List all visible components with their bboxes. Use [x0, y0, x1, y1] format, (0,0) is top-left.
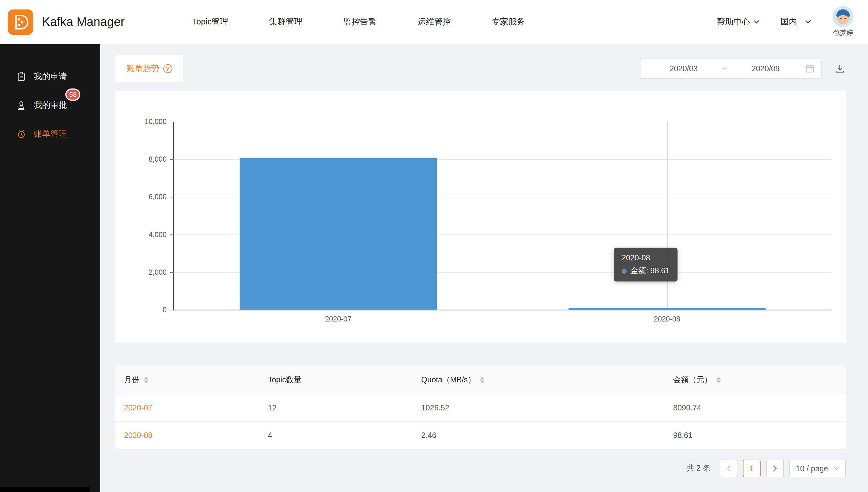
sidebar-item-bill-management[interactable]: 账单管理 — [0, 120, 100, 148]
y-axis-tick — [170, 310, 174, 311]
nav-ops-control[interactable]: 运维管控 — [418, 17, 451, 27]
y-tick-label: 2,000 — [149, 268, 167, 276]
app-logo-icon — [8, 9, 33, 34]
total-count: 共 2 条 — [686, 463, 710, 473]
approval-stamp-icon — [16, 100, 27, 110]
date-range-picker[interactable]: 2020/03 ~ 2020/09 — [640, 59, 822, 78]
sidebar-item-label: 我的申请 — [33, 71, 67, 81]
column-amount: 金额（元） — [664, 366, 846, 394]
cell-topic-count: 12 — [259, 394, 412, 421]
sidebar: 我的申请 我的审批 58 账单管理 — [0, 44, 100, 492]
cell-amount: 98.61 — [664, 421, 846, 449]
help-center-menu[interactable]: 帮助中心 — [717, 17, 759, 27]
table-row: 2020-08 4 2.46 98.61 — [115, 421, 846, 449]
y-tick-label: 0 — [163, 305, 167, 314]
calendar-icon — [805, 64, 814, 73]
y-axis-tick — [170, 197, 174, 197]
nav-expert-service[interactable]: 专家服务 — [492, 17, 525, 27]
sidebar-item-my-applications[interactable]: 我的申请 — [0, 62, 100, 91]
tab-bill-trend[interactable]: 账单趋势 ? — [115, 55, 183, 82]
month-link[interactable]: 2020-08 — [124, 431, 152, 440]
column-topic-count: Topic数量 — [259, 366, 412, 394]
nav-topic-management[interactable]: Topic管理 — [192, 17, 228, 27]
chevron-right-icon — [773, 465, 777, 471]
header-right: 帮助中心 国内 包梦婷 — [717, 6, 853, 38]
y-axis-tick — [170, 272, 174, 273]
next-page-button[interactable] — [766, 459, 783, 477]
column-quota: Quota（MB/s） — [412, 366, 664, 394]
tab-label: 账单趋势 — [126, 63, 160, 74]
bill-table-grid: 月份 Topic数量 Quota（MB/s） — [115, 366, 846, 449]
main-nav: Topic管理 集群管理 监控告警 运维管控 专家服务 — [192, 17, 525, 27]
x-tick-label: 2020-08 — [654, 315, 680, 323]
bill-alarm-icon — [16, 128, 27, 139]
cell-quota: 2.46 — [412, 421, 664, 449]
column-label: 金额（元） — [673, 375, 712, 385]
sidebar-item-my-approvals[interactable]: 我的审批 58 — [0, 91, 100, 120]
table-header-row: 月份 Topic数量 Quota（MB/s） — [115, 366, 846, 394]
cell-amount: 8090.74 — [664, 394, 846, 421]
cell-topic-count: 4 — [259, 421, 412, 449]
x-tick-label: 2020-07 — [325, 315, 351, 323]
y-tick-label: 4,000 — [149, 230, 167, 239]
bill-trend-chart: 10,000 8,000 6,000 4,000 2,000 0 2020-07… — [115, 91, 846, 343]
nav-cluster-management[interactable]: 集群管理 — [269, 17, 303, 27]
app-header: Kafka Manager Topic管理 集群管理 监控告警 运维管控 专家服… — [0, 0, 868, 44]
chart-plot-area: 10,000 8,000 6,000 4,000 2,000 0 2020-07… — [173, 122, 831, 310]
column-label: Topic数量 — [268, 375, 302, 385]
app-title: Kafka Manager — [42, 15, 125, 29]
bar-2020-08[interactable] — [568, 308, 766, 310]
clipboard-icon — [16, 71, 27, 82]
sort-icon-month[interactable] — [144, 376, 148, 383]
prev-page-button[interactable] — [719, 459, 737, 477]
page-size-select[interactable]: 10 / page — [789, 459, 846, 477]
approval-count-badge: 58 — [66, 89, 81, 101]
app: Kafka Manager Topic管理 集群管理 监控告警 运维管控 专家服… — [0, 0, 868, 492]
tooltip-title: 2020-08 — [622, 253, 670, 262]
table-row: 2020-07 12 1026.52 8090.74 — [115, 394, 846, 421]
page-1-button[interactable]: 1 — [743, 459, 760, 477]
bill-table: 月份 Topic数量 Quota（MB/s） — [115, 366, 846, 449]
month-link[interactable]: 2020-07 — [124, 403, 152, 412]
sort-icon-amount[interactable] — [716, 376, 721, 383]
sidebar-item-label: 我的审批 — [33, 100, 67, 110]
chevron-down-icon — [834, 467, 839, 470]
sidebar-item-label: 账单管理 — [33, 129, 67, 139]
sidebar-collapse-bar[interactable] — [0, 487, 90, 492]
y-axis-tick — [170, 122, 174, 122]
chart-tooltip: 2020-08 金额: 98.61 — [614, 248, 677, 281]
toolbar: 账单趋势 ? 2020/03 ~ 2020/09 — [115, 55, 846, 82]
y-tick-label: 8,000 — [149, 155, 167, 164]
region-menu[interactable]: 国内 — [780, 17, 812, 27]
pagination: 共 2 条 1 10 / page — [115, 459, 846, 477]
page-size-value: 10 / page — [796, 464, 828, 473]
main-content: 账单趋势 ? 2020/03 ~ 2020/09 — [100, 44, 868, 492]
help-question-icon[interactable]: ? — [163, 64, 172, 73]
nav-monitor-alert[interactable]: 监控告警 — [344, 17, 377, 27]
chevron-down-icon — [753, 20, 759, 24]
screen: Kafka Manager Topic管理 集群管理 监控告警 运维管控 专家服… — [0, 0, 868, 492]
help-center-label: 帮助中心 — [717, 17, 750, 27]
sort-icon-quota[interactable] — [480, 376, 484, 383]
download-icon — [835, 64, 845, 74]
y-axis-tick — [170, 159, 174, 160]
chevron-down-icon — [805, 20, 812, 24]
column-label: Quota（MB/s） — [421, 375, 475, 385]
date-end-value[interactable]: 2020/09 — [729, 64, 802, 73]
chevron-left-icon — [726, 465, 730, 471]
bar-2020-07[interactable] — [239, 158, 437, 310]
gridline — [174, 122, 831, 122]
avatar — [832, 6, 853, 27]
user-menu[interactable]: 包梦婷 — [832, 6, 853, 38]
region-label: 国内 — [780, 17, 797, 27]
date-start-value[interactable]: 2020/03 — [647, 64, 720, 73]
cell-quota: 1026.52 — [412, 394, 664, 421]
date-separator: ~ — [720, 64, 729, 73]
column-label: 月份 — [124, 375, 139, 385]
download-button[interactable] — [834, 63, 846, 75]
column-month: 月份 — [115, 366, 259, 394]
tooltip-row: 金额: 98.61 — [622, 266, 670, 276]
y-tick-label: 10,000 — [145, 118, 167, 126]
y-axis-tick — [170, 235, 174, 235]
y-tick-label: 6,000 — [149, 193, 167, 201]
